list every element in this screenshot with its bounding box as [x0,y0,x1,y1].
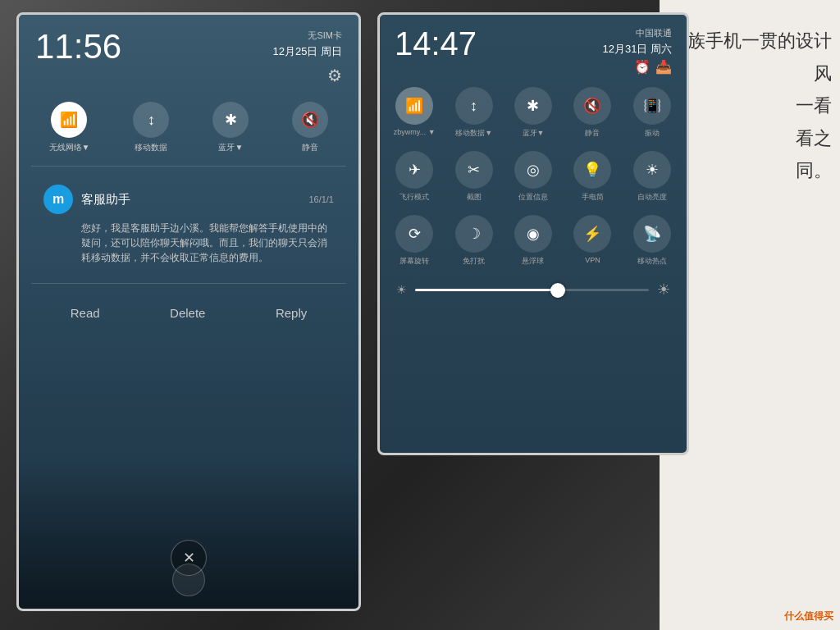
right-hotspot-label: 移动热点 [637,256,667,267]
left-no-sim: 无SIM卡 [308,30,342,42]
notification-card: m 客服助手 16/1/1 您好，我是客服助手边小溪。我能帮您解答手机使用中的疑… [31,175,346,275]
right-brightness-label: 自动亮度 [637,192,667,203]
toggle-data[interactable]: ↕ 移动数据 [133,102,169,153]
data-label: 移动数据 [135,142,167,153]
divider2 [31,283,346,284]
notification-time: 16/1/1 [308,194,334,204]
right-hotspot-icon: 📡 [633,215,671,253]
toggle-silent[interactable]: 🔇 静音 [292,102,328,153]
right-status-icons: ⏰ 📥 [634,59,672,75]
right-toggle-rotate[interactable]: ⟳ 屏幕旋转 [388,215,441,267]
right-carrier: 中国联通 [636,27,672,39]
reply-button[interactable]: Reply [259,302,323,324]
right-toggle-vpn[interactable]: ⚡ VPN [566,215,619,267]
right-toggle-wifi[interactable]: 📶 zbywmy... ▼ [388,87,441,139]
brightness-fill [415,289,555,291]
quick-toggles: 📶 无线网络▼ ↕ 移动数据 ✱ 蓝牙▼ 🔇 静音 [19,89,358,158]
right-text-line4: 同。 [668,154,832,187]
home-button[interactable] [172,564,205,596]
right-vibrate-icon: 📳 [633,87,671,125]
bluetooth-label: 蓝牙▼ [218,142,243,153]
right-phone-screen: 14:47 中国联通 12月31日 周六 ⏰ 📥 📶 zbywmy... ▼ ↕… [377,12,689,455]
toggle-wifi[interactable]: 📶 无线网络▼ [49,102,90,153]
right-location-icon: ◎ [514,151,552,189]
wifi-icon: 📶 [51,102,87,138]
inbox-icon: 📥 [655,59,672,75]
right-scissors-icon: ✂ [455,151,493,189]
right-vpn-label: VPN [585,256,600,264]
right-toggle-brightness[interactable]: ☀ 自动亮度 [626,151,678,203]
right-toggle-location[interactable]: ◎ 位置信息 [507,151,559,203]
right-vpn-icon: ⚡ [573,215,611,253]
notification-avatar: m [43,185,73,214]
right-torch-label: 手电筒 [582,192,604,203]
right-rotate-icon: ⟳ [395,215,433,253]
left-status-right: 无SIM卡 12月25日 周日 ⚙ [272,30,342,85]
right-moon-icon: ☽ [455,215,493,253]
wifi-label: 无线网络▼ [49,142,90,153]
right-float-label: 悬浮球 [522,256,544,267]
right-location-label: 位置信息 [518,192,548,203]
right-mute-icon: 🔇 [573,87,611,125]
left-date: 12月25日 周日 [272,44,342,59]
toggle-bluetooth[interactable]: ✱ 蓝牙▼ [212,102,249,153]
right-toggle-data[interactable]: ↕ 移动数据▼ [447,87,500,139]
brightness-max-icon: ☀ [657,281,670,299]
bluetooth-icon: ✱ [212,102,249,138]
right-status-bar: 14:47 中国联通 12月31日 周六 ⏰ 📥 [380,15,687,79]
divider1 [31,166,346,167]
right-toggles-row1: 📶 zbywmy... ▼ ↕ 移动数据▼ ✱ 蓝牙▼ 🔇 静音 📳 振动 [380,79,687,143]
right-toggle-airplane[interactable]: ✈ 飞行模式 [388,151,441,203]
left-status-bar: 11:56 无SIM卡 12月25日 周日 ⚙ [19,15,358,89]
right-rotate-label: 屏幕旋转 [399,256,429,267]
brightness-thumb[interactable] [550,283,565,298]
right-screenshot-label: 截图 [467,192,482,203]
right-toggle-screenshot[interactable]: ✂ 截图 [447,151,500,203]
right-date: 12月31日 周六 [602,42,672,57]
right-time: 14:47 [395,27,477,60]
right-airplane-icon: ✈ [395,151,433,189]
right-toggle-mute[interactable]: 🔇 静音 [566,87,619,139]
notification-sender: 客服助手 [81,192,300,208]
settings-icon[interactable]: ⚙ [327,66,342,85]
right-text-line2: 一看 [668,89,832,122]
left-time: 11:56 [35,30,121,64]
right-vibrate-label: 振动 [645,128,660,139]
notification-header: m 客服助手 16/1/1 [43,185,334,214]
left-phone-screen: 11:56 无SIM卡 12月25日 周日 ⚙ 📶 无线网络▼ ↕ 移动数据 ✱… [16,12,361,611]
right-toggle-bt[interactable]: ✱ 蓝牙▼ [507,87,559,139]
right-text-line3: 看之 [668,122,832,155]
right-airplane-label: 飞行模式 [399,192,429,203]
read-button[interactable]: Read [54,302,116,324]
action-buttons: Read Delete Reply [19,292,358,334]
right-status-info: 中国联通 12月31日 周六 ⏰ 📥 [602,27,672,75]
right-toggle-vibrate[interactable]: 📳 振动 [626,87,678,139]
right-data-icon: ↕ [455,87,493,125]
brightness-track[interactable] [415,289,649,291]
right-wifi-icon: 📶 [395,87,433,125]
right-mute-label: 静音 [585,128,600,139]
right-bt-label: 蓝牙▼ [523,128,545,139]
phones-container: 11:56 无SIM卡 12月25日 周日 ⚙ 📶 无线网络▼ ↕ 移动数据 ✱… [16,12,689,611]
right-toggles-row2: ✈ 飞行模式 ✂ 截图 ◎ 位置信息 💡 手电筒 ☀ 自动亮度 [380,143,687,207]
right-sun-icon: ☀ [633,151,671,189]
brightness-slider-container: ☀ ☀ [380,271,687,308]
right-wifi-label: zbywmy... ▼ [394,128,436,136]
right-dnd-label: 免打扰 [463,256,485,267]
right-toggle-torch[interactable]: 💡 手电筒 [566,151,619,203]
notification-body: 您好，我是客服助手边小溪。我能帮您解答手机使用中的疑问，还可以陪你聊天解闷哦。而… [43,221,334,265]
right-float-icon: ◉ [514,215,552,253]
right-bt-icon: ✱ [514,87,552,125]
right-text-line1: 魅族手机一贯的设计风 [668,25,832,89]
right-toggles-row3: ⟳ 屏幕旋转 ☽ 免打扰 ◉ 悬浮球 ⚡ VPN 📡 移动热点 [380,207,687,271]
right-torch-icon: 💡 [573,151,611,189]
right-toggle-hotspot[interactable]: 📡 移动热点 [626,215,678,267]
silent-label: 静音 [302,142,318,153]
delete-button[interactable]: Delete [153,302,221,324]
right-toggle-float[interactable]: ◉ 悬浮球 [507,215,559,267]
brightness-min-icon: ☀ [396,283,407,296]
right-data-label: 移动数据▼ [455,128,492,139]
right-toggle-dnd[interactable]: ☽ 免打扰 [447,215,500,267]
silent-icon: 🔇 [292,102,328,138]
watermark: 什么值得买 [784,609,833,623]
